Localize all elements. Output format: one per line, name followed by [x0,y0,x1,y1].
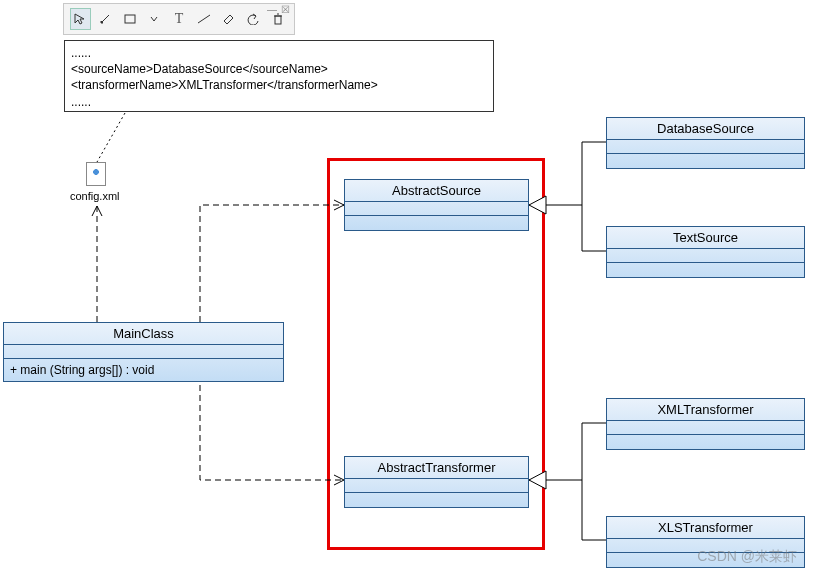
class-mainclass[interactable]: MainClass + main (String args[]) : void [3,322,284,382]
connector-tool-icon[interactable] [193,8,214,30]
close-icon[interactable]: ☒ [281,4,290,15]
class-attr-section [345,202,528,216]
note-line: <sourceName>DatabaseSource</sourceName> [71,61,487,77]
note-line: ...... [71,45,487,61]
text-tool-icon[interactable]: T [169,8,190,30]
note-line: ...... [71,94,487,110]
class-abstracttransformer[interactable]: AbstractTransformer [344,456,529,508]
rect-tool-icon[interactable] [119,8,140,30]
class-title: MainClass [4,323,283,345]
watermark: CSDN @米莱虾 [697,548,797,566]
dropdown-icon[interactable] [144,8,165,30]
class-databasesource[interactable]: DatabaseSource [606,117,805,169]
class-title: DatabaseSource [607,118,804,140]
class-attr-section [607,249,804,263]
xml-note[interactable]: ...... <sourceName>DatabaseSource</sourc… [64,40,494,112]
class-op-section [345,493,528,507]
class-title: XLSTransformer [607,517,804,539]
class-attr-section [345,479,528,493]
class-op-section [607,435,804,449]
edit-tool-icon[interactable] [95,8,116,30]
erase-tool-icon[interactable] [218,8,239,30]
undo-tool-icon[interactable] [243,8,264,30]
class-textsource[interactable]: TextSource [606,226,805,278]
config-file-icon[interactable] [86,162,106,186]
class-xmltransformer[interactable]: XMLTransformer [606,398,805,450]
class-title: AbstractTransformer [345,457,528,479]
config-file-label: config.xml [70,190,120,202]
svg-rect-1 [275,16,281,24]
class-abstractsource[interactable]: AbstractSource [344,179,529,231]
class-op: + main (String args[]) : void [4,359,283,381]
pointer-tool-icon[interactable] [70,8,91,30]
svg-rect-0 [125,15,135,23]
class-op-section [607,154,804,168]
minimize-icon[interactable]: — [267,4,277,15]
class-op-section [345,216,528,230]
class-title: TextSource [607,227,804,249]
class-title: AbstractSource [345,180,528,202]
note-line: <transformerName>XMLTransformer</transfo… [71,77,487,93]
class-attr-section [4,345,283,359]
toolbar-window-controls: — ☒ [263,4,294,15]
class-attr-section [607,140,804,154]
class-op-section [607,263,804,277]
class-attr-section [607,421,804,435]
class-title: XMLTransformer [607,399,804,421]
edit-toolbar: — ☒ T [63,3,295,35]
